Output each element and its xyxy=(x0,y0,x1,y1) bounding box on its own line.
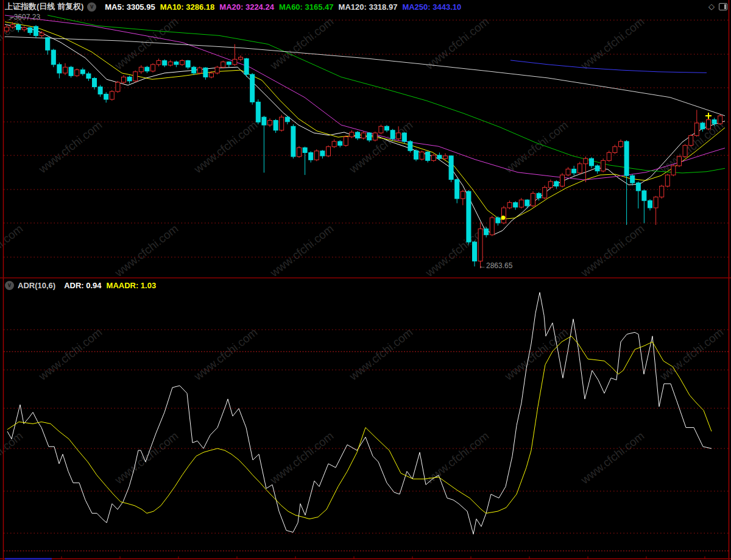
function nprefix(){return '';}-0: MA5: 3305.95 xyxy=(105,2,155,12)
svg-text:www.cfchi.com: www.cfchi.com xyxy=(112,429,181,487)
svg-text:www.cfchi.com: www.cfchi.com xyxy=(502,325,571,383)
stock-chart-app: www.cfchi.comwww.cfchi.comwww.cfchi.comw… xyxy=(0,0,731,560)
function nprefix(){return '';}-2: MA20: 3224.24 xyxy=(219,2,274,12)
adr-indicator-name: ADR(10,6) xyxy=(18,281,55,290)
svg-text:www.cfchi.com: www.cfchi.com xyxy=(578,222,647,280)
watermark-layer: www.cfchi.comwww.cfchi.comwww.cfchi.comw… xyxy=(0,15,731,487)
svg-text:www.cfchi.com: www.cfchi.com xyxy=(423,15,492,73)
svg-text:www.cfchi.com: www.cfchi.com xyxy=(578,15,647,73)
svg-text:www.cfchi.com: www.cfchi.com xyxy=(657,325,726,383)
function nprefix(){return '';}-4: MA120: 3318.97 xyxy=(339,2,398,12)
svg-text:www.cfchi.com: www.cfchi.com xyxy=(191,325,260,383)
collapse-panel-icon[interactable]: ∨ xyxy=(87,2,96,12)
svg-text:www.cfchi.com: www.cfchi.com xyxy=(267,15,336,73)
panel-window-icon[interactable] xyxy=(719,3,727,10)
svg-text:www.cfchi.com: www.cfchi.com xyxy=(657,118,726,176)
svg-text:www.cfchi.com: www.cfchi.com xyxy=(112,222,181,280)
svg-text:www.cfchi.com: www.cfchi.com xyxy=(578,429,647,487)
function nprefix(){return '';}-1: MA10: 3286.18 xyxy=(160,2,215,12)
function nprefix(){return '';}-3: MA60: 3165.47 xyxy=(279,2,334,12)
diamond-icon[interactable]: ◇ xyxy=(708,2,715,10)
svg-text:www.cfchi.com: www.cfchi.com xyxy=(267,429,336,487)
main-panel-header: 上证指数(日线 前复权) ∨ MA5: 3305.95MA10: 3286.18… xyxy=(5,1,461,12)
svg-text:www.cfchi.com: www.cfchi.com xyxy=(502,118,571,176)
svg-text:www.cfchi.com: www.cfchi.com xyxy=(36,325,105,383)
svg-text:www.cfchi.com: www.cfchi.com xyxy=(191,118,260,176)
svg-text:www.cfchi.com: www.cfchi.com xyxy=(36,118,105,176)
adr-panel-header: ∨ ADR(10,6) ADR: 0.94MAADR: 1.03 xyxy=(5,280,156,291)
function nprefix(){return '';}-5: MA250: 3443.10 xyxy=(402,2,461,12)
high-price-label: –3607.23 xyxy=(10,13,40,21)
adr-lines-layer xyxy=(7,292,712,534)
adr-values-row: ADR: 0.94MAADR: 1.03 xyxy=(59,281,156,290)
top-right-toolbar: ◇ xyxy=(708,2,727,10)
ma-lines-layer xyxy=(5,15,725,235)
ma-values-row: MA5: 3305.95MA10: 3286.18MA20: 3224.24MA… xyxy=(100,2,461,12)
function nprefix(){return '';}-0: ADR: 0.94 xyxy=(64,281,101,290)
svg-text:www.cfchi.com: www.cfchi.com xyxy=(267,222,336,280)
function nprefix(){return '';}-1: MAADR: 1.03 xyxy=(107,281,157,290)
collapse-adr-panel-icon[interactable]: ∨ xyxy=(5,281,14,290)
index-title: 上证指数(日线 前复权) xyxy=(5,1,83,12)
candles-layer xyxy=(5,22,722,268)
svg-text:www.cfchi.com: www.cfchi.com xyxy=(347,325,415,383)
low-price-label: ←2863.65 xyxy=(479,261,512,270)
